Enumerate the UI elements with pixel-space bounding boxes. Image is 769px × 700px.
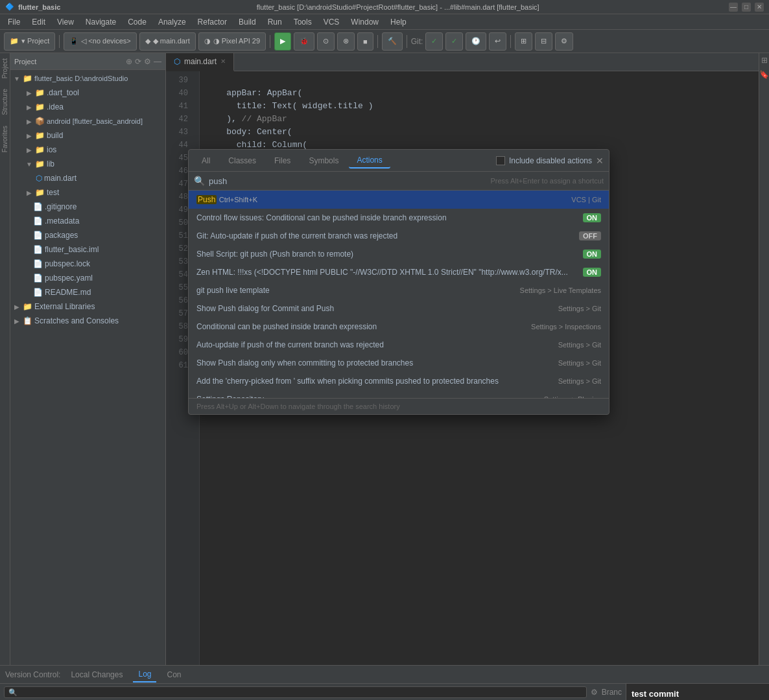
vc-detail-panel: test commit ebfcd7dc Dong Hyuck Kim <449… xyxy=(626,684,769,700)
tree-item-packages[interactable]: 📄 packages xyxy=(10,228,165,242)
main-dart-dropdown[interactable]: ◆ ◆ main.dart xyxy=(139,32,196,51)
tree-item-gitignore[interactable]: 📄 .gitignore xyxy=(10,200,165,214)
result-item-show-push-protected[interactable]: Show Push dialog only when committing to… xyxy=(189,354,609,372)
result-item-show-push[interactable]: Show Push dialog for Commit and Push Set… xyxy=(189,299,609,318)
debug-button[interactable]: 🐞 xyxy=(294,32,314,51)
dialog-tab-files[interactable]: Files xyxy=(266,154,298,168)
gear-icon[interactable]: ⚙ xyxy=(144,57,151,66)
result-item-autoupdate[interactable]: Auto-update if push of the current branc… xyxy=(189,336,609,354)
minimize-panel-icon[interactable]: — xyxy=(154,57,161,66)
tree-item-iml[interactable]: 📄 flutter_basic.iml xyxy=(10,242,165,257)
tab-label-main-dart: main.dart xyxy=(184,57,217,66)
coverage-button[interactable]: ⊙ xyxy=(317,32,335,51)
no-devices-dropdown[interactable]: 📱 ◁ <no devices> xyxy=(64,32,137,51)
include-disabled-checkbox[interactable] xyxy=(496,156,505,165)
tab-local-changes[interactable]: Local Changes xyxy=(65,668,128,682)
stop-button[interactable]: ■ xyxy=(357,32,373,51)
menu-edit[interactable]: Edit xyxy=(27,16,51,28)
dialog-close-icon[interactable]: ✕ xyxy=(596,156,604,166)
result-item-control-flow[interactable]: Control flow issues: Conditional can be … xyxy=(189,209,609,227)
tree-item-pubspec-yaml[interactable]: 📄 pubspec.yaml xyxy=(10,271,165,285)
menu-view[interactable]: View xyxy=(52,16,79,28)
minimize-button[interactable]: — xyxy=(729,3,738,12)
structure-sidebar-icon[interactable]: Structure xyxy=(1,86,8,118)
tab-con[interactable]: Con xyxy=(161,668,186,682)
tab-log[interactable]: Log xyxy=(133,667,156,682)
tab-main-dart[interactable]: ⬡ main.dart ✕ xyxy=(166,53,234,71)
tab-close-main-dart[interactable]: ✕ xyxy=(220,58,226,65)
menu-run[interactable]: Run xyxy=(263,16,287,28)
bookmarks-right-icon[interactable]: 🔖 xyxy=(759,70,769,79)
result-tag-settings-repo: Settings > Plugins xyxy=(544,395,601,398)
result-tag-cherry-picked: Settings > Git xyxy=(558,377,601,385)
tree-label-android: android [flutter_basic_android] xyxy=(47,117,143,125)
result-item-live-template[interactable]: git push live template Settings > Live T… xyxy=(189,281,609,299)
menu-build[interactable]: Build xyxy=(233,16,261,28)
tree-item-test[interactable]: ▶ 📁 test xyxy=(10,185,165,200)
tree-item-idea[interactable]: ▶ 📁 .idea xyxy=(10,100,165,114)
menu-file[interactable]: File xyxy=(3,16,25,28)
git-history-button[interactable]: 🕐 xyxy=(466,32,486,51)
tree-item-dart-tool[interactable]: ▶ 📁 .dart_tool xyxy=(10,86,165,100)
add-icon[interactable]: ⊕ xyxy=(126,57,132,66)
menu-window[interactable]: Window xyxy=(346,16,384,28)
tree-item-external-libs[interactable]: ▶ 📁 External Libraries xyxy=(10,299,165,314)
search-input[interactable] xyxy=(209,176,486,186)
tree-item-pubspec-lock[interactable]: 📄 pubspec.lock xyxy=(10,257,165,271)
tree-item-root[interactable]: ▼ 📁 flutter_basic D:\androidStudio xyxy=(10,71,165,86)
dialog-tab-classes[interactable]: Classes xyxy=(220,154,264,168)
result-item-settings-repo[interactable]: Settings Repository Settings > Plugins xyxy=(189,390,609,398)
maximize-button[interactable]: □ xyxy=(742,3,751,12)
split-button[interactable]: ⊟ xyxy=(535,32,552,51)
dialog-tab-all[interactable]: All xyxy=(194,154,218,168)
menu-tools[interactable]: Tools xyxy=(289,16,317,28)
dialog-tab-symbols[interactable]: Symbols xyxy=(301,154,346,168)
menu-analyze[interactable]: Analyze xyxy=(153,16,191,28)
structure-right-icon[interactable]: ⊞ xyxy=(761,56,768,65)
git-check-button[interactable]: ✓ xyxy=(425,32,443,51)
vc-header: ⚙ Branc xyxy=(0,684,626,700)
menu-refactor[interactable]: Refactor xyxy=(193,16,232,28)
git-undo-button[interactable]: ↩ xyxy=(489,32,506,51)
tree-arrow-dart-tool: ▶ xyxy=(25,89,33,97)
tree-item-ios[interactable]: ▶ 📁 ios xyxy=(10,143,165,157)
sync-icon[interactable]: ⟳ xyxy=(135,57,141,66)
result-label-push: Push Ctrl+Shift+K xyxy=(196,195,566,204)
tree-item-build[interactable]: ▶ 📁 build xyxy=(10,128,165,143)
tree-arrow-lib: ▼ xyxy=(25,161,33,168)
result-item-conditional[interactable]: Conditional can be pushed inside branch … xyxy=(189,318,609,336)
result-item-zen-html[interactable]: Zen HTML: !!!xs (<!DOCTYPE html PUBLIC "… xyxy=(189,263,609,281)
result-item-git-autoupdate[interactable]: Git: Auto-update if push of the current … xyxy=(189,227,609,245)
tree-item-android[interactable]: ▶ 📦 android [flutter_basic_android] xyxy=(10,114,165,128)
tree-item-lib[interactable]: ▼ 📁 lib xyxy=(10,157,165,171)
build-button[interactable]: 🔨 xyxy=(382,32,403,51)
tree-item-main-dart[interactable]: ⬡ main.dart xyxy=(10,171,165,185)
pixel-api-dropdown[interactable]: ◑ ◑ Pixel API 29 xyxy=(198,32,266,51)
tree-item-metadata[interactable]: 📄 .metadata xyxy=(10,214,165,228)
result-item-shell-script[interactable]: Shell Script: git push (Push branch to r… xyxy=(189,245,609,263)
close-button[interactable]: ✕ xyxy=(755,3,764,12)
result-item-cherry-picked[interactable]: Add the 'cherry-picked from ' suffix whe… xyxy=(189,372,609,390)
result-tag-live-template: Settings > Live Templates xyxy=(520,286,601,294)
profile-button[interactable]: ⊗ xyxy=(337,32,355,51)
layout-button[interactable]: ⊞ xyxy=(515,32,532,51)
menu-help[interactable]: Help xyxy=(385,16,412,28)
menu-code[interactable]: Code xyxy=(123,16,152,28)
result-tag-show-push-protected: Settings > Git xyxy=(558,359,601,367)
run-button[interactable]: ▶ xyxy=(274,32,291,51)
favorites-sidebar-icon[interactable]: Favorites xyxy=(1,123,8,155)
project-sidebar-icon[interactable]: Project xyxy=(1,56,8,81)
settings-button[interactable]: ⚙ xyxy=(555,32,573,51)
dialog-tab-actions[interactable]: Actions xyxy=(349,153,390,169)
project-tree: ▼ 📁 flutter_basic D:\androidStudio ▶ 📁 .… xyxy=(10,70,165,665)
result-item-push[interactable]: Push Ctrl+Shift+K VCS | Git xyxy=(189,191,609,209)
tree-item-scratches[interactable]: ▶ 📋 Scratches and Consoles xyxy=(10,314,165,328)
project-dropdown[interactable]: 📁 ▾ Project xyxy=(4,32,55,51)
vc-gear-icon[interactable]: ⚙ xyxy=(591,688,598,697)
result-tag-conditional: Settings > Inspections xyxy=(531,323,601,331)
tree-item-readme[interactable]: 📄 README.md xyxy=(10,285,165,299)
menu-vcs[interactable]: VCS xyxy=(318,16,345,28)
menu-navigate[interactable]: Navigate xyxy=(80,16,121,28)
git-check2-button[interactable]: ✓ xyxy=(445,32,463,51)
vc-search-input[interactable] xyxy=(4,686,587,698)
